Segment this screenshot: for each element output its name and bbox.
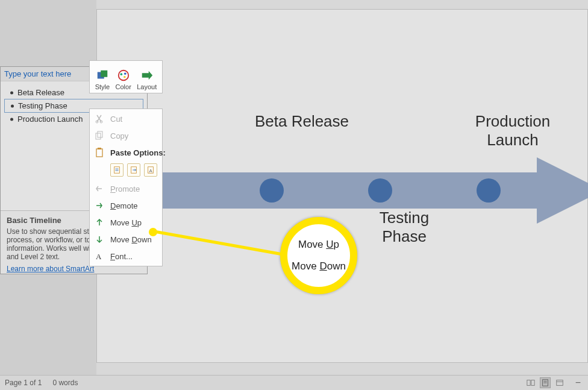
callout-magnifier: Move Up Move Down	[280, 217, 357, 294]
svg-rect-14	[96, 149, 102, 157]
timeline-label-test: Testing Phase	[356, 209, 452, 246]
callout-anchor-dot	[149, 228, 157, 236]
list-item-label: Testing Phase	[18, 101, 67, 110]
list-item-label: Beta Release	[17, 88, 64, 97]
copy-icon	[95, 131, 104, 140]
svg-point-1	[260, 178, 284, 203]
timeline-label-prod: Production Launch	[452, 112, 573, 149]
style-icon	[96, 69, 109, 82]
style-button[interactable]: Style	[94, 68, 111, 92]
menu-font[interactable]: A Font...	[90, 248, 162, 265]
arrow-right-icon	[95, 201, 104, 210]
menu-cut[interactable]: Cut	[90, 110, 162, 127]
status-page[interactable]: Page 1 of 1	[5, 379, 42, 387]
svg-rect-12	[96, 133, 101, 139]
print-layout-icon[interactable]	[540, 377, 551, 388]
svg-rect-15	[98, 148, 101, 149]
mini-toolbar: Style Color Layout	[89, 60, 163, 93]
svg-point-3	[477, 178, 501, 203]
menu-paste-options: Paste Options:	[90, 144, 162, 161]
page-canvas: Beta Release Production Launch Testing P…	[96, 9, 588, 363]
svg-text:A: A	[96, 252, 102, 261]
zoom-out-icon[interactable]: −	[573, 377, 583, 388]
svg-point-7	[120, 73, 122, 75]
svg-rect-16	[114, 167, 120, 174]
cut-icon	[95, 114, 104, 124]
menu-label: Font...	[110, 252, 133, 261]
clipboard-icon	[95, 148, 104, 157]
paste-option-row: A	[90, 161, 162, 180]
palette-icon	[117, 69, 130, 82]
paste-merge-icon[interactable]	[127, 163, 140, 177]
svg-text:A: A	[149, 168, 152, 174]
menu-label: Promote	[110, 184, 140, 193]
menu-copy[interactable]: Copy	[90, 127, 162, 144]
mini-btn-label: Layout	[137, 83, 157, 90]
svg-point-6	[118, 71, 128, 81]
color-button[interactable]: Color	[114, 68, 133, 92]
menu-label: Move Up	[110, 218, 142, 227]
layout-icon	[140, 69, 154, 82]
arrow-up-icon	[95, 218, 104, 227]
list-item-label: Production Launch	[17, 115, 83, 124]
svg-rect-5	[101, 71, 107, 77]
menu-label: Paste Options:	[110, 148, 166, 157]
callout-text-up: Move Up	[298, 239, 339, 251]
svg-rect-23	[531, 380, 534, 386]
mini-btn-label: Color	[116, 83, 131, 90]
arrow-left-icon	[95, 184, 104, 193]
font-icon: A	[95, 251, 104, 261]
document-workspace: Beta Release Production Launch Testing P…	[96, 0, 588, 375]
layout-button[interactable]: Layout	[136, 68, 158, 92]
paste-text-only-icon[interactable]: A	[144, 163, 157, 177]
info-link[interactable]: Learn more about SmartArt	[7, 265, 94, 273]
menu-label: Demote	[110, 201, 138, 210]
svg-point-9	[124, 76, 126, 78]
menu-demote[interactable]: Demote	[90, 197, 162, 214]
svg-rect-13	[98, 131, 102, 137]
read-mode-icon[interactable]	[525, 377, 536, 388]
menu-label: Move Down	[110, 235, 152, 244]
arrow-down-icon	[95, 234, 104, 244]
mini-btn-label: Style	[95, 83, 110, 90]
menu-promote[interactable]: Promote	[90, 180, 162, 197]
callout-text-down: Move Down	[292, 260, 346, 272]
context-menu: Cut Copy Paste Options: A Promote De	[89, 109, 163, 266]
svg-point-2	[368, 178, 392, 203]
menu-label: Cut	[110, 115, 122, 124]
svg-rect-27	[556, 380, 563, 386]
web-layout-icon[interactable]	[554, 377, 565, 388]
menu-label: Copy	[110, 131, 128, 140]
status-words[interactable]: 0 words	[52, 379, 78, 387]
timeline-label-beta: Beta Release	[254, 112, 350, 131]
paste-keep-source-icon[interactable]	[110, 163, 124, 177]
status-bar: Page 1 of 1 0 words −	[0, 375, 588, 390]
svg-point-8	[124, 72, 127, 75]
svg-rect-22	[527, 380, 530, 386]
